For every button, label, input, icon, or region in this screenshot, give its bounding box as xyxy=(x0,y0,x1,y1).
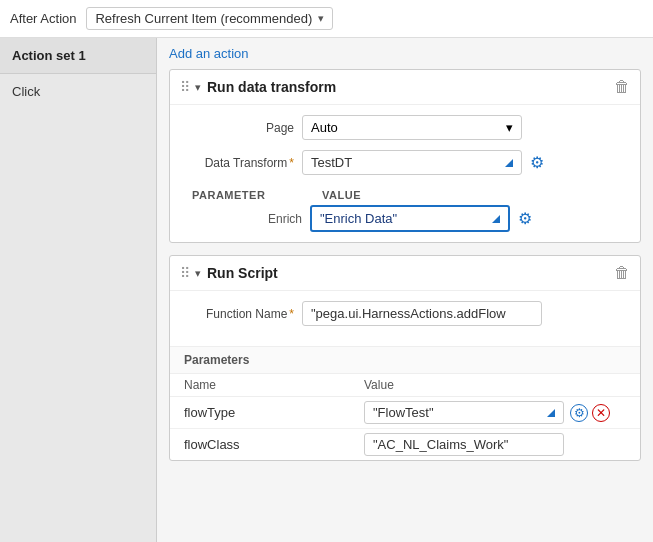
page-field-row: Page Auto ▾ xyxy=(184,115,626,140)
flow-class-value-cell: "AC_NL_Claims_Work" xyxy=(364,433,626,456)
script-value-col-header: Value xyxy=(364,378,626,392)
function-name-field-row: Function Name "pega.ui.HarnessActions.ad… xyxy=(184,301,626,326)
script-table-header: Name Value xyxy=(170,374,640,397)
enrich-param-value: "Enrich Data" xyxy=(320,211,492,226)
data-transform-gear-icon[interactable]: ⚙ xyxy=(530,153,544,172)
flow-type-name: flowType xyxy=(184,405,364,420)
function-name-label: Function Name xyxy=(184,307,294,321)
enrich-gear-icon[interactable]: ⚙ xyxy=(518,209,532,228)
action2-form-body: Function Name "pega.ui.HarnessActions.ad… xyxy=(170,291,640,346)
flow-type-row: flowType "FlowTest" ⚙ ✕ xyxy=(170,397,640,429)
param-col-header: PARAMETER xyxy=(184,185,314,205)
data-transform-field-row: Data Transform TestDT ⚙ xyxy=(184,150,626,175)
action2-title: Run Script xyxy=(207,265,608,281)
function-name-input[interactable]: "pega.ui.HarnessActions.addFlow xyxy=(302,301,542,326)
param-corner-indicator xyxy=(492,215,500,223)
content-area: Add an action ⠿ ▾ Run data transform 🗑 P… xyxy=(157,38,653,542)
sidebar-item-click[interactable]: Click xyxy=(0,74,156,109)
drag-handle-icon[interactable]: ⠿ xyxy=(180,79,189,95)
flow-type-corner xyxy=(547,409,555,417)
script-params-header: Parameters xyxy=(170,346,640,374)
run-data-transform-header: ⠿ ▾ Run data transform 🗑 xyxy=(170,70,640,105)
collapse-icon[interactable]: ▾ xyxy=(195,81,201,94)
flow-type-value-cell: "FlowTest" ⚙ ✕ xyxy=(364,401,626,424)
delete-action1-icon[interactable]: 🗑 xyxy=(614,78,630,96)
page-select-value: Auto xyxy=(311,120,338,135)
header-row: After Action Refresh Current Item (recom… xyxy=(0,0,653,38)
function-name-value: "pega.ui.HarnessActions.addFlow xyxy=(311,306,533,321)
flow-class-name: flowClass xyxy=(184,437,364,452)
sidebar: Action set 1 Click xyxy=(0,38,157,542)
add-action-link[interactable]: Add an action xyxy=(169,46,249,61)
run-data-transform-card: ⠿ ▾ Run data transform 🗑 Page Auto ▾ Dat… xyxy=(169,69,641,243)
enrich-param-input[interactable]: "Enrich Data" xyxy=(310,205,510,232)
after-action-dropdown[interactable]: Refresh Current Item (recommended) ▾ xyxy=(86,7,333,30)
run-script-drag-handle-icon[interactable]: ⠿ xyxy=(180,265,189,281)
action1-title: Run data transform xyxy=(207,79,608,95)
data-transform-label: Data Transform xyxy=(184,156,294,170)
flow-type-icons: ⚙ ✕ xyxy=(570,404,610,422)
run-script-header: ⠿ ▾ Run Script 🗑 xyxy=(170,256,640,291)
delete-action2-icon[interactable]: 🗑 xyxy=(614,264,630,282)
script-name-col-header: Name xyxy=(184,378,364,392)
flow-class-value: "AC_NL_Claims_Work" xyxy=(373,437,555,452)
flow-class-input[interactable]: "AC_NL_Claims_Work" xyxy=(364,433,564,456)
page-label: Page xyxy=(184,121,294,135)
page-chevron-icon: ▾ xyxy=(506,120,513,135)
after-action-label: After Action xyxy=(10,11,76,26)
enrich-param-name: Enrich xyxy=(192,212,302,226)
after-action-dropdown-value: Refresh Current Item (recommended) xyxy=(95,11,312,26)
input-corner-indicator xyxy=(505,159,513,167)
enrich-param-row: Enrich "Enrich Data" ⚙ xyxy=(192,205,626,232)
flow-type-gear-icon[interactable]: ⚙ xyxy=(570,404,588,422)
flow-class-row: flowClass "AC_NL_Claims_Work" xyxy=(170,429,640,460)
flow-type-remove-icon[interactable]: ✕ xyxy=(592,404,610,422)
param-header-row: PARAMETER VALUE xyxy=(184,185,626,205)
run-script-card: ⠿ ▾ Run Script 🗑 Function Name "pega.ui.… xyxy=(169,255,641,461)
action1-form-body: Page Auto ▾ Data Transform TestDT ⚙ xyxy=(170,105,640,242)
page-select[interactable]: Auto ▾ xyxy=(302,115,522,140)
data-transform-value: TestDT xyxy=(311,155,505,170)
run-script-collapse-icon[interactable]: ▾ xyxy=(195,267,201,280)
value-col-header: VALUE xyxy=(314,185,626,205)
chevron-down-icon: ▾ xyxy=(318,12,324,25)
flow-type-value: "FlowTest" xyxy=(373,405,547,420)
main-layout: Action set 1 Click Add an action ⠿ ▾ Run… xyxy=(0,38,653,542)
data-transform-input[interactable]: TestDT xyxy=(302,150,522,175)
action-set-title: Action set 1 xyxy=(0,38,156,74)
flow-type-input[interactable]: "FlowTest" xyxy=(364,401,564,424)
